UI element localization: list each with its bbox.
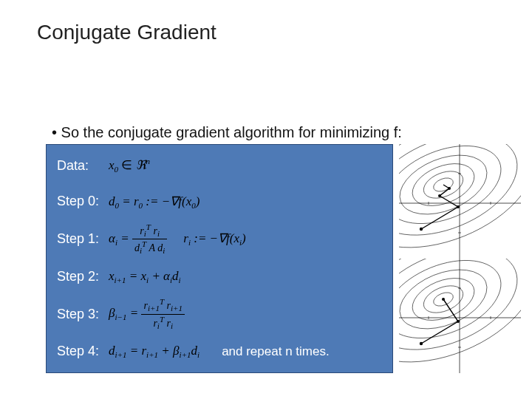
step0-expr: d0 = r0 := −∇f(x0) — [109, 194, 200, 210]
step0-label: Step 0: — [57, 194, 109, 209]
bullet-text: • So the conjugate gradient algorithm fo… — [52, 124, 402, 141]
row-data: Data: x0 ∈ ℜn — [57, 151, 382, 180]
step1-label: Step 1: — [57, 231, 109, 247]
step4-label: Step 4: — [57, 344, 109, 359]
step1-alpha: αi = riT ri diT A di — [109, 223, 167, 256]
svg-point-34 — [420, 342, 423, 345]
step2-expr: xi+1 = xi + αidi — [109, 269, 181, 284]
svg-point-19 — [448, 187, 451, 190]
svg-point-36 — [442, 298, 445, 301]
plots-panel — [399, 144, 521, 373]
algorithm-box: Data: x0 ∈ ℜn Step 0: d0 = r0 := −∇f(x0)… — [46, 144, 393, 373]
step3-label: Step 3: — [57, 307, 109, 322]
data-label: Data: — [57, 158, 109, 174]
step4-note: and repeat n times. — [222, 344, 330, 359]
svg-point-16 — [420, 228, 423, 231]
row-step0: Step 0: d0 = r0 := −∇f(x0) — [57, 187, 382, 216]
data-expr: x0 ∈ ℜn — [109, 157, 150, 174]
step4-expr: di+1 = ri+1 + βi+1di — [109, 344, 200, 359]
slide-title: Conjugate Gradient — [37, 21, 216, 44]
svg-point-35 — [457, 320, 460, 323]
step3-expr: βi−1 = ri+1T ri+1 riT ri — [109, 298, 185, 330]
step2-label: Step 2: — [57, 269, 109, 284]
row-step2: Step 2: xi+1 = xi + αidi — [57, 262, 382, 291]
row-step4: Step 4: di+1 = ri+1 + βi+1di and repeat … — [57, 337, 382, 366]
contour-plots — [399, 144, 521, 373]
svg-rect-2 — [399, 144, 521, 259]
row-step3: Step 3: βi−1 = ri+1T ri+1 riT ri — [57, 298, 382, 330]
step1-r: ri := −∇f(xi) — [183, 231, 245, 247]
row-step1: Step 1: αi = riT ri diT A di ri := −∇f(x… — [57, 223, 382, 256]
svg-point-18 — [438, 194, 441, 197]
svg-point-17 — [457, 205, 460, 208]
svg-rect-20 — [399, 259, 521, 373]
